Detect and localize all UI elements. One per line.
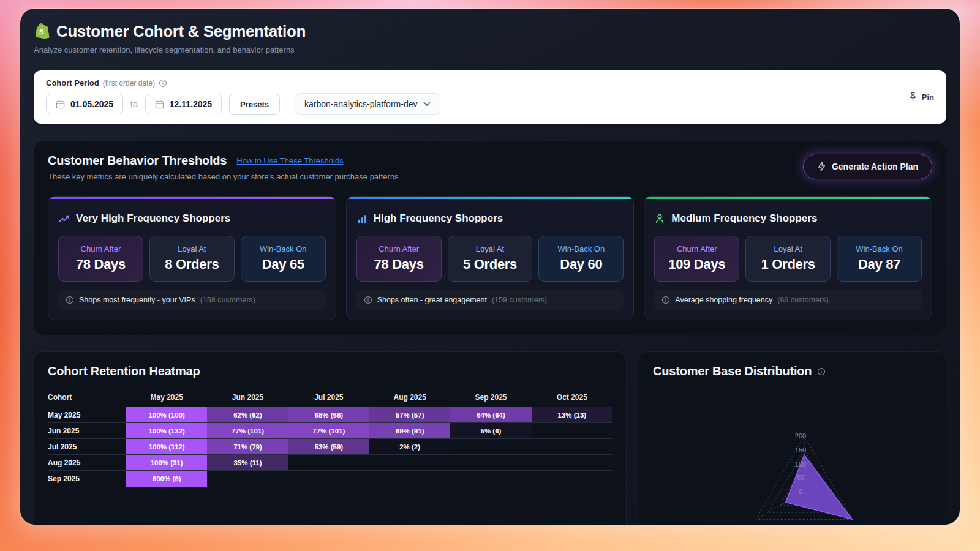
heatmap-cell-empty — [288, 455, 369, 471]
card-note-count: (159 customers) — [492, 296, 547, 304]
heatmap-cell-empty — [450, 471, 531, 487]
thresholds-help-link[interactable]: How to Use These Thresholds — [236, 156, 343, 165]
date-to-value: 12.11.2025 — [170, 99, 212, 109]
cohort-period-hint: (first order date) — [103, 79, 155, 88]
heatmap-cell: 600% (6) — [126, 471, 207, 487]
heatmap-row: Jun 2025100% (132)77% (101)77% (101)69% … — [48, 423, 612, 439]
card-note-count: (66 customers) — [777, 296, 828, 304]
heatmap-cell-empty — [369, 471, 450, 487]
stat-value: Day 87 — [840, 257, 919, 272]
radar-card: Customer Base Distribution 0501001502002… — [639, 351, 946, 525]
threshold-card-high-frequency: High Frequency Shoppers Churn After 78 D… — [346, 196, 635, 320]
info-icon[interactable] — [817, 367, 826, 376]
stat-label: Churn After — [657, 244, 736, 253]
heatmap-cell: 100% (100) — [126, 407, 207, 423]
page-header: S Customer Cohort & Segmentation Analyze… — [34, 22, 946, 54]
stat-value: 109 Days — [657, 257, 736, 272]
stat-loyal-at: Loyal At 1 Orders — [745, 236, 831, 282]
heatmap-cell: 13% (13) — [532, 407, 612, 423]
heatmap-cell: 57% (57) — [369, 407, 450, 423]
info-icon[interactable] — [159, 79, 167, 88]
radar-tick-label: 50 — [797, 474, 804, 481]
heatmap-cell-empty — [450, 439, 531, 455]
heatmap-cell-empty — [207, 471, 288, 487]
heatmap-cell-empty — [532, 439, 612, 455]
generate-action-plan-label: Generate Action Plan — [832, 162, 918, 171]
date-from-value: 01.05.2025 — [70, 99, 113, 109]
card-note: Shops often - great engagement (159 cust… — [356, 290, 624, 310]
stat-label: Win-Back On — [541, 244, 620, 253]
stat-churn-after: Churn After 78 Days — [58, 236, 143, 282]
heatmap-cell: 77% (101) — [288, 423, 369, 439]
heatmap-cell: 35% (11) — [207, 455, 288, 471]
card-note-text: Average shopping frequency — [675, 296, 772, 304]
heatmap-cell: 2% (2) — [369, 439, 450, 455]
pin-label: Pin — [922, 92, 934, 102]
heatmap-cell: 68% (68) — [288, 407, 369, 423]
heatmap-cell: 53% (59) — [288, 439, 369, 455]
heatmap-col-header: Aug 2025 — [369, 389, 450, 407]
heatmap-cell-empty — [532, 423, 612, 439]
heatmap-row-label: Jul 2025 — [48, 439, 126, 455]
heatmap-cell: 62% (62) — [207, 407, 288, 423]
date-from-input[interactable]: 01.05.2025 — [46, 94, 123, 114]
info-icon — [364, 296, 372, 304]
heatmap-cell: 69% (91) — [369, 423, 450, 439]
heatmap-row: May 2025100% (100)62% (62)68% (68)57% (5… — [48, 407, 612, 423]
card-note-text: Shops often - great engagement — [377, 296, 487, 304]
stat-churn-after: Churn After 109 Days — [654, 236, 739, 282]
stat-value: Day 65 — [244, 257, 323, 272]
info-icon — [66, 296, 74, 304]
stat-churn-after: Churn After 78 Days — [356, 236, 442, 282]
stat-value: 78 Days — [61, 257, 140, 272]
heatmap-cell: 100% (132) — [126, 423, 207, 439]
chevron-down-icon — [423, 102, 431, 107]
generate-action-plan-button[interactable]: Generate Action Plan — [803, 154, 932, 179]
info-icon — [662, 296, 670, 304]
heatmap-cell-empty — [532, 471, 612, 487]
app-panel: S Customer Cohort & Segmentation Analyze… — [20, 9, 960, 525]
heatmap-cell: 64% (64) — [450, 407, 531, 423]
stat-loyal-at: Loyal At 8 Orders — [149, 236, 235, 282]
card-note: Average shopping frequency (66 customers… — [654, 290, 922, 310]
zap-icon — [817, 162, 826, 171]
presets-button[interactable]: Presets — [229, 94, 280, 115]
threshold-card-medium-frequency: Medium Frequency Shoppers Churn After 10… — [644, 196, 932, 320]
stat-label: Churn After — [360, 244, 439, 253]
heatmap-col-header: Jun 2025 — [207, 389, 288, 407]
stat-label: Loyal At — [451, 244, 530, 253]
heatmap-row-header: Cohort — [48, 389, 126, 407]
card-note: Shops most frequently - your VIPs (158 c… — [58, 290, 326, 310]
card-title: Very High Frequency Shoppers — [76, 212, 230, 225]
heatmap-col-header: Sep 2025 — [450, 389, 531, 407]
radar-tick-label: 0 — [799, 488, 802, 495]
calendar-icon — [56, 100, 65, 109]
heatmap-row-label: Aug 2025 — [48, 455, 126, 471]
heatmap-col-header: Oct 2025 — [532, 389, 612, 407]
pin-button[interactable]: Pin — [908, 92, 934, 102]
thresholds-section: Customer Behavior Thresholds How to Use … — [34, 141, 946, 335]
store-selector-dropdown[interactable]: karbon-analytics-platform-dev — [295, 93, 440, 115]
stat-label: Loyal At — [748, 244, 827, 253]
heatmap-cell: 77% (101) — [207, 423, 288, 439]
stat-label: Win-Back On — [840, 244, 919, 253]
thresholds-description: These key metrics are uniquely calculate… — [48, 172, 399, 181]
heatmap-cell: 100% (31) — [126, 455, 207, 471]
date-range-separator: to — [130, 99, 138, 109]
radar-title: Customer Base Distribution — [653, 364, 812, 378]
stat-label: Churn After — [61, 244, 140, 253]
heatmap-row: Sep 2025600% (6) — [48, 471, 612, 487]
heatmap-row-label: Sep 2025 — [48, 471, 126, 487]
heatmap-col-header: Jul 2025 — [288, 389, 369, 407]
customer-base-radar-chart: 050100150200247.0182.2347.8 — [653, 381, 932, 525]
heatmap-row: Aug 2025100% (31)35% (11) — [48, 455, 612, 471]
card-title: High Frequency Shoppers — [374, 212, 503, 225]
trending-up-icon — [58, 213, 70, 225]
stat-value: 5 Orders — [451, 257, 530, 272]
date-to-input[interactable]: 12.11.2025 — [145, 94, 222, 114]
page-title: Customer Cohort & Segmentation — [56, 22, 306, 41]
svg-text:S: S — [39, 28, 43, 36]
radar-tick-label: 200 — [795, 432, 806, 440]
card-accent-bar — [347, 197, 634, 199]
thresholds-title: Customer Behavior Thresholds — [48, 154, 227, 168]
